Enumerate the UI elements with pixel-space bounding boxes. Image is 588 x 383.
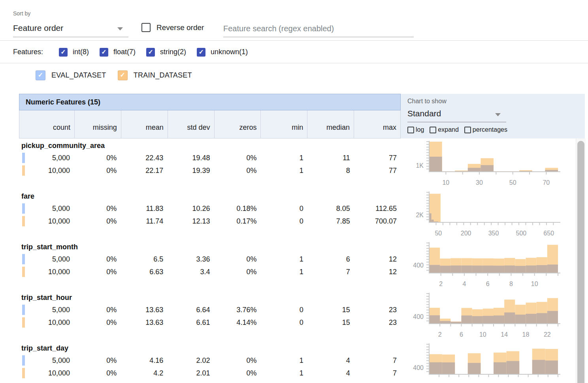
stat-value: 0 — [261, 316, 307, 329]
stat-value: 5,000 — [19, 202, 74, 215]
feature-type-checkbox[interactable]: ✓ — [146, 48, 155, 57]
feature-name: pickup_community_area — [21, 140, 401, 152]
checkmark-icon: ✓ — [198, 49, 204, 55]
feature-type-label: int(8) — [73, 48, 89, 56]
column-header: mean — [121, 110, 168, 138]
svg-text:10: 10 — [479, 331, 486, 338]
table-title: Numeric Features (15) — [19, 94, 401, 110]
table-row: 10,0000%13.636.614.14%01523 — [19, 316, 401, 329]
stat-value: 0% — [214, 354, 260, 367]
stat-value: 2.01 — [167, 367, 214, 379]
svg-text:30: 30 — [476, 179, 483, 186]
svg-text:500: 500 — [516, 230, 527, 237]
histogram-svg: 1K10305070 — [401, 138, 576, 188]
chart-type-select[interactable]: Standard — [407, 107, 506, 122]
feature-type-options: ✓int(8)✓float(7)✓string(2)✓unknown(1) — [59, 48, 258, 57]
feature-block: trip_start_month5,0000%6.53.360%161210,0… — [19, 240, 401, 290]
stat-value: 0% — [74, 265, 121, 278]
dataset-label: TRAIN_DATASET — [134, 71, 192, 80]
stat-value: 15 — [307, 303, 354, 316]
histogram-fare: 2K50200350500650 — [401, 189, 576, 240]
dataset-legend-item: ✓EVAL_DATASET — [36, 70, 106, 80]
stat-value: 0% — [74, 253, 121, 265]
chart-toggle: log — [407, 126, 424, 133]
svg-text:350: 350 — [488, 230, 499, 237]
stat-value: 5,000 — [19, 354, 74, 367]
table-row: 5,0000%6.53.360%1612 — [19, 253, 401, 265]
svg-text:4: 4 — [462, 281, 466, 287]
stat-value: 0 — [261, 202, 307, 215]
svg-text:2: 2 — [438, 331, 442, 338]
stat-value: 11.83 — [121, 202, 167, 215]
stat-value: 1 — [261, 253, 307, 265]
column-header: std dev — [168, 110, 214, 138]
dataset-checkbox[interactable]: ✓ — [36, 70, 45, 80]
vertical-scrollbar-track[interactable] — [576, 138, 586, 383]
toggle-label: percentages — [473, 126, 507, 133]
table-row: 10,0000%22.1719.390%1877 — [19, 164, 401, 177]
dataset-checkbox[interactable]: ✓ — [118, 70, 128, 80]
stat-value: 0 — [261, 215, 307, 228]
feature-name: trip_start_day — [21, 343, 401, 354]
feature-search-input[interactable] — [223, 21, 414, 37]
reverse-order-checkbox[interactable] — [141, 23, 151, 32]
stat-value: 22.43 — [121, 152, 167, 164]
stat-value: 4.2 — [121, 367, 167, 379]
stat-value: 10,000 — [19, 316, 74, 329]
column-header: min — [260, 110, 307, 138]
stat-value: 6.64 — [167, 303, 214, 316]
stat-value: 0% — [74, 316, 121, 329]
table-column-headers: countmissingmeanstd devzerosminmedianmax — [19, 110, 401, 138]
stat-value: 0% — [74, 202, 121, 215]
toggle-label: expand — [438, 126, 459, 133]
svg-text:400: 400 — [413, 313, 424, 320]
log-checkbox[interactable] — [407, 127, 414, 133]
feature-type-checkbox[interactable]: ✓ — [59, 48, 68, 57]
feature-rows: pickup_community_area5,0000%22.4319.480%… — [19, 138, 401, 383]
checkmark-icon: ✓ — [60, 49, 66, 55]
feature-type-filter: ✓int(8) — [59, 48, 89, 57]
histogram-pickup_community_area: 1K10305070 — [401, 138, 576, 189]
stat-value: 77 — [354, 152, 401, 164]
eval-dataset-swatch — [22, 203, 25, 214]
dataset-legend: ✓EVAL_DATASET✓TRAIN_DATASET — [0, 66, 588, 84]
checkmark-icon: ✓ — [148, 49, 153, 55]
features-filter-label: Features: — [13, 48, 43, 56]
chart-toggle: percentages — [464, 126, 507, 133]
svg-text:650: 650 — [543, 230, 554, 237]
stat-value: 19.39 — [167, 164, 214, 177]
feature-type-label: float(7) — [113, 48, 136, 56]
histogram-trip_start_hour: 4002610141822 — [401, 290, 576, 341]
stat-value: 23 — [354, 303, 401, 316]
stat-value: 11.74 — [121, 215, 167, 228]
stat-value: 77 — [354, 164, 401, 177]
svg-text:400: 400 — [413, 262, 424, 269]
stat-value: 3.36 — [167, 253, 214, 265]
feature-name: trip_start_hour — [21, 292, 401, 303]
expand-checkbox[interactable] — [430, 127, 436, 133]
dataset-legend-item: ✓TRAIN_DATASET — [118, 70, 192, 80]
histogram-column: 1K103050702K5020035050065040024681040026… — [401, 138, 576, 383]
sort-by-select[interactable]: Feature order — [13, 21, 128, 37]
chart-type-value: Standard — [407, 109, 441, 118]
histogram-trip_start_day: 400 — [401, 341, 576, 383]
stat-value: 0% — [214, 253, 260, 265]
svg-text:18: 18 — [522, 331, 530, 338]
stat-value: 22.17 — [121, 164, 167, 177]
stat-value: 3.4 — [167, 265, 214, 278]
table-row: 10,0000%6.633.40%1712 — [19, 265, 401, 278]
feature-type-checkbox[interactable]: ✓ — [100, 48, 108, 57]
svg-text:8: 8 — [509, 281, 513, 287]
vertical-scrollbar-thumb[interactable] — [577, 141, 584, 383]
stat-value: 19.48 — [167, 152, 214, 164]
stat-value: 7.85 — [307, 215, 354, 228]
stat-value: 5,000 — [19, 253, 74, 265]
feature-type-checkbox[interactable]: ✓ — [197, 48, 205, 57]
feature-name: fare — [21, 191, 401, 202]
table-row: 10,0000%11.7412.130.17%07.85700.07 — [19, 215, 401, 228]
histogram-svg: 4002610141822 — [401, 290, 576, 340]
stat-value: 10,000 — [19, 164, 74, 177]
percentages-checkbox[interactable] — [464, 127, 471, 133]
stat-value: 1 — [261, 354, 307, 367]
reverse-order-label: Reverse order — [156, 23, 204, 32]
